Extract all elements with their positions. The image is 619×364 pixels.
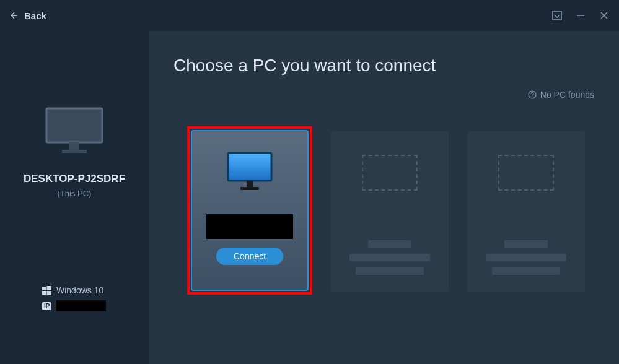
svg-rect-12 [228,153,271,181]
this-pc-name: DESKTOP-PJ2SDRF [24,173,125,185]
monitor-icon [225,150,274,196]
svg-rect-7 [42,287,46,290]
placeholder-line [356,267,424,275]
placeholder-monitor-icon [362,155,418,191]
svg-rect-0 [553,11,561,20]
placeholder-line [492,267,560,275]
highlight-box: Connect [187,126,312,295]
close-button[interactable] [599,10,610,21]
page-title: Choose a PC you want to connect [173,56,594,76]
os-label: Windows 10 [56,285,103,295]
sidebar-footer: Windows 10 IP [42,285,106,311]
ip-badge: IP [42,302,51,310]
ip-info: IP [42,300,106,311]
svg-rect-13 [247,181,253,187]
minimize-button[interactable] [575,10,586,21]
this-pc-icon [43,105,105,157]
placeholder-line [349,254,430,261]
help-link[interactable]: No PC founds [528,90,594,100]
connect-button[interactable]: Connect [216,248,283,265]
arrow-left-icon [9,11,19,20]
os-info: Windows 10 [42,285,106,295]
svg-rect-8 [47,286,52,290]
pc-cards: Connect [173,131,594,295]
placeholder-line [368,240,411,248]
dropdown-button[interactable] [551,10,563,21]
this-pc-label: (This PC) [58,189,92,198]
placeholder-monitor-icon [498,155,554,191]
help-link-label: No PC founds [540,90,594,100]
svg-rect-5 [69,142,79,150]
svg-rect-9 [42,291,46,295]
placeholder-line [486,254,566,261]
pc-card[interactable]: Connect [191,130,309,291]
windows-icon [42,286,51,295]
svg-rect-10 [47,291,52,295]
titlebar: Back [0,0,619,31]
info-icon [528,90,537,99]
placeholder-line [504,240,548,248]
pc-card-placeholder [467,131,585,292]
pc-card-name-redacted [206,214,293,239]
sidebar: DESKTOP-PJ2SDRF (This PC) Windows 10 IP [0,31,149,364]
main-panel: Choose a PC you want to connect No PC fo… [149,31,619,364]
back-label: Back [24,11,46,21]
back-button[interactable]: Back [9,11,46,21]
content: DESKTOP-PJ2SDRF (This PC) Windows 10 IP … [0,31,619,364]
svg-rect-14 [240,187,259,190]
window-controls [551,10,610,21]
ip-value-redacted [56,300,106,311]
pc-card-placeholder [331,131,449,292]
svg-rect-6 [62,150,87,153]
svg-rect-4 [46,108,102,142]
svg-point-11 [529,91,536,98]
